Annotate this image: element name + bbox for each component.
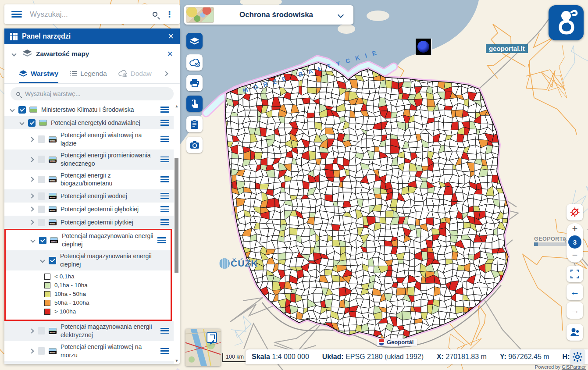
layer-checkbox[interactable] bbox=[38, 219, 45, 226]
layer-search-input[interactable]: Wyszukaj warstwę... bbox=[25, 90, 81, 97]
chevron-down-icon[interactable] bbox=[11, 51, 16, 56]
chevron-down-icon[interactable] bbox=[10, 107, 14, 112]
gispartner-link[interactable]: GISPartner bbox=[562, 364, 586, 370]
layer-tree-row[interactable]: Jakość Powietrza bbox=[4, 361, 174, 364]
zoom-in-button[interactable]: + bbox=[572, 223, 578, 235]
layer-menu-icon[interactable] bbox=[160, 120, 169, 126]
layer-checkbox[interactable] bbox=[38, 347, 45, 355]
layer-label: Potencjał magazynowania energii cieplnej bbox=[60, 252, 170, 269]
map-composition-selector[interactable]: Ochrona środowiska bbox=[184, 5, 353, 25]
geolocation-off-button[interactable] bbox=[567, 204, 583, 221]
section-close-icon[interactable]: × bbox=[167, 49, 173, 59]
search-input[interactable]: Wyszukaj... bbox=[30, 10, 153, 19]
layer-tree-row[interactable]: Potencjał magazynowania energii cieplnej bbox=[6, 250, 171, 270]
layer-tree-row[interactable]: Potencjał energii z biogazu/biometanu bbox=[4, 170, 174, 190]
tree-scrollbar[interactable]: ▲ ▼ bbox=[174, 103, 179, 364]
history-back-button[interactable]: ← bbox=[567, 284, 583, 300]
layer-checkbox[interactable] bbox=[18, 106, 26, 114]
layer-tree-row[interactable]: Potencjał magazynowania energii elektryc… bbox=[4, 321, 174, 341]
layer-menu-icon[interactable] bbox=[160, 176, 169, 182]
tab-legenda[interactable]: Legenda bbox=[70, 64, 107, 83]
chevron-right-icon[interactable] bbox=[29, 220, 34, 225]
layers-tool-button[interactable] bbox=[186, 33, 203, 49]
chevron-down-icon[interactable] bbox=[19, 120, 24, 125]
layer-menu-icon[interactable] bbox=[160, 107, 169, 113]
chevron-right-icon[interactable] bbox=[29, 207, 34, 212]
layer-checkbox[interactable] bbox=[49, 257, 56, 264]
layer-tree-row[interactable]: Potencjał magazynowania energii cieplnej bbox=[6, 230, 171, 250]
chevron-right-icon[interactable] bbox=[29, 349, 34, 353]
cloud-add-tool-button[interactable] bbox=[186, 54, 203, 71]
legend-swatch bbox=[44, 274, 50, 280]
main-menu-icon[interactable] bbox=[11, 11, 22, 18]
touch-select-tool-button[interactable] bbox=[186, 96, 203, 112]
layer-checkbox[interactable] bbox=[28, 119, 36, 127]
chevron-down-icon bbox=[338, 12, 344, 18]
settings-gear-button[interactable] bbox=[570, 349, 585, 365]
apps-grid-icon[interactable] bbox=[10, 33, 18, 40]
print-tool-button[interactable] bbox=[186, 75, 203, 91]
layer-tree-row[interactable]: Potencjał geotermii głębokiej bbox=[4, 203, 174, 216]
scroll-down-icon[interactable]: ▼ bbox=[175, 359, 179, 363]
layer-menu-icon[interactable] bbox=[160, 193, 169, 199]
zoom-out-button[interactable]: − bbox=[572, 249, 578, 261]
chevron-right-icon[interactable] bbox=[29, 157, 34, 162]
chevron-down-icon[interactable] bbox=[30, 238, 35, 243]
layer-menu-icon[interactable] bbox=[160, 157, 169, 163]
layer-tree-row[interactable]: Potencjał geotermii płytkiej bbox=[4, 216, 174, 229]
layer-tree-row[interactable]: Potencjał energii wiatrowej na lądzie bbox=[4, 129, 174, 149]
layer-checkbox[interactable] bbox=[39, 237, 46, 244]
legend-item: 0,1ha - 10ha bbox=[6, 281, 171, 290]
layer-label: Potencjał energii wodnej bbox=[61, 192, 158, 200]
kebab-menu-icon[interactable]: ⋮ bbox=[165, 9, 174, 19]
chevron-right-icon[interactable] bbox=[29, 177, 34, 182]
list-icon bbox=[70, 71, 77, 76]
legend-label: < 0,1ha bbox=[54, 273, 74, 280]
search-icon[interactable] bbox=[153, 12, 157, 17]
layer-menu-icon[interactable] bbox=[157, 237, 166, 243]
feedback-button[interactable] bbox=[567, 324, 583, 341]
search-icon bbox=[16, 92, 20, 96]
layer-checkbox[interactable] bbox=[38, 192, 45, 200]
tab-warstwy[interactable]: Warstwy bbox=[19, 64, 58, 83]
chevron-down-icon[interactable] bbox=[40, 258, 45, 263]
tabs-scroll-right-icon[interactable] bbox=[163, 71, 168, 76]
fullscreen-button[interactable] bbox=[567, 266, 583, 282]
zoom-control: + 3 − bbox=[567, 223, 583, 263]
chevron-right-icon[interactable] bbox=[29, 137, 34, 142]
layer-menu-icon[interactable] bbox=[160, 328, 169, 334]
panel-close-icon[interactable]: × bbox=[168, 32, 174, 41]
layer-checkbox[interactable] bbox=[38, 156, 45, 163]
layer-checkbox[interactable] bbox=[38, 327, 45, 334]
layer-search[interactable]: Wyszukaj warstwę... bbox=[11, 87, 174, 100]
scroll-up-icon[interactable]: ▲ bbox=[175, 104, 179, 108]
layer-menu-icon[interactable] bbox=[160, 219, 169, 225]
layer-tree-row[interactable]: Potencjał energii wodnej bbox=[4, 189, 174, 203]
wms-layer-icon bbox=[50, 237, 58, 243]
clipboard-tool-button[interactable] bbox=[186, 116, 203, 132]
tab-dodawanie[interactable]: Dodaw bbox=[118, 64, 152, 83]
layer-tree-row[interactable]: Potencjał energii promieniowania słonecz… bbox=[4, 149, 174, 170]
scale-readout: Skala 1:4 000 000 bbox=[252, 353, 309, 361]
open-minimap-icon[interactable] bbox=[207, 332, 217, 343]
layer-menu-icon[interactable] bbox=[160, 206, 169, 212]
layer-menu-icon[interactable] bbox=[160, 136, 169, 142]
chevron-right-icon[interactable] bbox=[29, 194, 34, 199]
scrollbar-thumb[interactable] bbox=[175, 158, 178, 273]
camera-tool-button[interactable] bbox=[186, 137, 203, 153]
panel-title: Panel narzędzi bbox=[22, 32, 168, 40]
geoportal-logo[interactable] bbox=[549, 5, 584, 40]
layer-menu-icon[interactable] bbox=[160, 348, 169, 354]
layer-checkbox[interactable] bbox=[38, 176, 45, 183]
layer-checkbox[interactable] bbox=[38, 206, 45, 213]
history-forward-button[interactable]: → bbox=[567, 302, 583, 319]
geoportal-lt-watermark: geoportal.lt bbox=[486, 44, 528, 53]
layer-tree-row[interactable]: Ministerstwo Klimatu i Środowiska bbox=[4, 103, 174, 116]
layer-checkbox[interactable] bbox=[38, 135, 45, 143]
layer-label: Ministerstwo Klimatu i Środowiska bbox=[41, 106, 158, 114]
layer-tree-row[interactable]: Potencjał energetyki odnawialnej bbox=[4, 116, 174, 129]
overview-minimap[interactable] bbox=[185, 329, 221, 366]
chevron-right-icon[interactable] bbox=[29, 328, 34, 333]
legend-item: 10ha - 50ha bbox=[6, 290, 171, 299]
layer-tree-row[interactable]: Potencjał energii wiatrowej na morzu bbox=[4, 341, 174, 361]
